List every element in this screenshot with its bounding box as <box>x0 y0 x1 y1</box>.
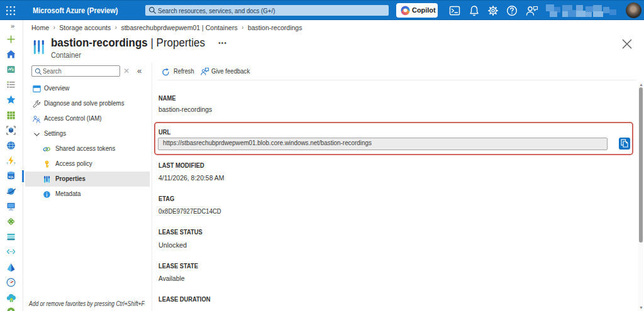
svg-text:SQL: SQL <box>8 175 14 178</box>
